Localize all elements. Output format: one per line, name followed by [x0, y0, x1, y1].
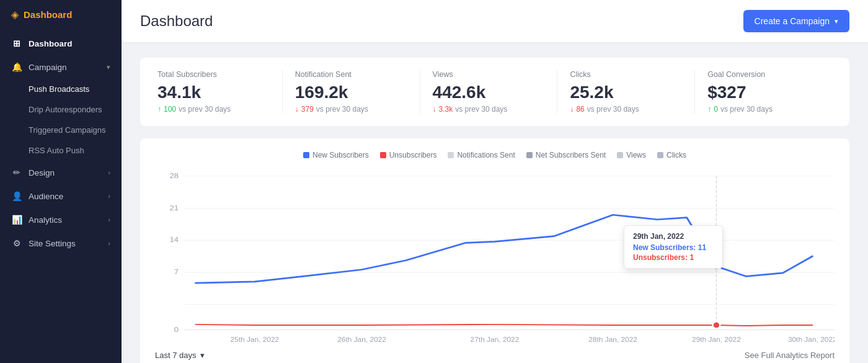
stat-value: 34.1k: [157, 83, 270, 102]
chart-card: New Subscribers Unsubscribers Notificati…: [140, 138, 849, 363]
design-icon: ✏: [11, 168, 22, 177]
legend-label: Net Subscribers Sent: [536, 151, 606, 159]
sidebar-item-audience[interactable]: 👤 Audience ›: [0, 184, 122, 208]
stat-total-subscribers: Total Subscribers 34.1k ↑ 100 vs prev 30…: [157, 70, 283, 114]
svg-text:29th Jan, 2022: 29th Jan, 2022: [692, 336, 741, 343]
stat-change: ↓ 3.3k vs prev 30 days: [433, 105, 545, 114]
analytics-icon: 📊: [11, 215, 22, 225]
stat-goal-conversion: Goal Conversion $327 ↑ 0 vs prev 30 days: [695, 70, 832, 114]
stat-label: Total Subscribers: [157, 70, 270, 79]
date-range-label: Last 7 days: [155, 351, 197, 360]
arrow-up-icon: ↑: [157, 105, 161, 114]
stat-label: Notification Sent: [295, 70, 407, 79]
svg-text:28th Jan, 2022: 28th Jan, 2022: [588, 336, 637, 343]
stat-change-text: vs prev 30 days: [587, 105, 639, 114]
stat-label: Goal Conversion: [707, 70, 820, 79]
sidebar-item-design[interactable]: ✏ Design ›: [0, 161, 122, 184]
legend-label: Unsubscribers: [389, 151, 437, 159]
legend-label: Views: [626, 151, 646, 159]
chevron-down-icon: ▾: [107, 63, 110, 71]
legend-dot: [380, 152, 386, 158]
date-range-button[interactable]: Last 7 days ▾: [155, 351, 205, 360]
stat-change-text: vs prev 30 days: [720, 105, 773, 114]
sidebar-item-site-settings[interactable]: ⚙ Site Settings ›: [0, 231, 122, 255]
main-body: Total Subscribers 34.1k ↑ 100 vs prev 30…: [122, 43, 868, 363]
chevron-right-icon: ›: [108, 216, 110, 223]
legend-label: Notifications Sent: [457, 151, 515, 159]
arrow-up-icon: ↑: [707, 105, 711, 114]
svg-text:27th Jan, 2022: 27th Jan, 2022: [471, 336, 520, 343]
stats-card: Total Subscribers 34.1k ↑ 100 vs prev 30…: [140, 58, 849, 126]
stat-notification-sent: Notification Sent 169.2k ↓ 379 vs prev 3…: [283, 70, 420, 114]
dashboard-icon: ⊞: [11, 38, 22, 48]
stat-change-text: vs prev 30 days: [455, 105, 507, 114]
stat-value: 25.2k: [570, 83, 682, 102]
svg-text:26th Jan, 2022: 26th Jan, 2022: [337, 336, 386, 343]
arrow-down-icon: ↓: [433, 105, 436, 114]
chevron-down-icon: ▾: [200, 351, 205, 360]
legend-new-subscribers: New Subscribers: [303, 151, 369, 159]
legend-dot: [448, 152, 454, 158]
stat-change-num: 100: [164, 105, 176, 114]
stat-change: ↑ 100 vs prev 30 days: [157, 105, 270, 114]
stat-label: Views: [433, 70, 545, 79]
chevron-right-icon: ›: [108, 240, 110, 247]
see-full-analytics-link[interactable]: See Full Analytics Report: [745, 351, 835, 360]
stat-change-num: 379: [301, 105, 314, 114]
chart-legend: New Subscribers Unsubscribers Notificati…: [155, 151, 835, 159]
stat-clicks: Clicks 25.2k ↓ 86 vs prev 30 days: [557, 70, 695, 114]
arrow-down-icon: ↓: [295, 105, 299, 114]
sidebar-item-drip-autoresponders[interactable]: Drip Autoresponders: [0, 99, 122, 120]
legend-dot: [657, 152, 663, 158]
stat-change: ↑ 0 vs prev 30 days: [707, 105, 820, 114]
sidebar-item-analytics[interactable]: 📊 Analytics ›: [0, 208, 122, 231]
main-header: Dashboard Create a Campaign ▾: [122, 0, 868, 43]
sidebar-item-rss-auto-push[interactable]: RSS Auto Push: [0, 140, 122, 161]
arrow-down-icon: ↓: [570, 105, 574, 114]
svg-text:0: 0: [174, 325, 179, 333]
sidebar-item-label: Site Settings: [29, 239, 76, 248]
stat-value: $327: [707, 83, 820, 102]
stat-change-text: vs prev 30 days: [179, 105, 231, 114]
stat-change: ↓ 379 vs prev 30 days: [295, 105, 407, 114]
legend-label: Clicks: [666, 151, 686, 159]
sidebar-nav: ⊞ Dashboard 🔔 Campaign ▾ Push Broadcasts…: [0, 29, 122, 363]
stat-change-num: 86: [576, 105, 584, 114]
sidebar-item-label: Dashboard: [29, 39, 73, 48]
chevron-right-icon: ›: [108, 169, 110, 176]
legend-clicks: Clicks: [657, 151, 686, 159]
stats-row: Total Subscribers 34.1k ↑ 100 vs prev 30…: [157, 70, 832, 114]
svg-text:25th Jan, 2022: 25th Jan, 2022: [230, 336, 279, 343]
svg-text:14: 14: [170, 236, 179, 244]
svg-text:28: 28: [170, 172, 179, 180]
legend-label: New Subscribers: [312, 151, 369, 159]
legend-dot: [303, 152, 309, 158]
stat-views: Views 442.6k ↓ 3.3k vs prev 30 days: [420, 70, 558, 114]
sidebar-item-triggered-campaigns[interactable]: Triggered Campaigns: [0, 120, 122, 140]
stat-value: 169.2k: [295, 83, 407, 102]
sidebar-item-label: Campaign: [29, 63, 67, 72]
stat-label: Clicks: [570, 70, 682, 79]
chevron-right-icon: ›: [108, 192, 110, 200]
sidebar-item-dashboard[interactable]: ⊞ Dashboard: [0, 32, 122, 55]
stat-value: 442.6k: [433, 83, 545, 102]
legend-net-subscribers: Net Subscribers Sent: [526, 151, 606, 159]
legend-notifications-sent: Notifications Sent: [448, 151, 515, 159]
svg-text:30th Jan, 2022: 30th Jan, 2022: [788, 336, 835, 343]
page-title: Dashboard: [140, 12, 213, 30]
stat-change-num: 0: [714, 105, 718, 114]
stat-change: ↓ 86 vs prev 30 days: [570, 105, 682, 114]
svg-text:7: 7: [174, 268, 179, 276]
sidebar-item-label: Audience: [29, 192, 63, 201]
svg-text:21: 21: [170, 204, 179, 212]
create-campaign-label: Create a Campaign: [755, 16, 830, 26]
sidebar-item-campaign[interactable]: 🔔 Campaign ▾: [0, 55, 122, 79]
chart-area: 28 21 14 7 0 25th Jan, 2022 26th Jan, 20…: [155, 169, 835, 343]
main-content: Dashboard Create a Campaign ▾ Total Subs…: [122, 0, 868, 363]
stat-change-text: vs prev 30 days: [316, 105, 368, 114]
legend-views: Views: [617, 151, 646, 159]
create-campaign-button[interactable]: Create a Campaign ▾: [743, 10, 849, 32]
campaign-icon: 🔔: [11, 62, 22, 72]
sidebar-item-push-broadcasts[interactable]: Push Broadcasts: [0, 79, 122, 99]
data-point-red: [712, 322, 720, 329]
